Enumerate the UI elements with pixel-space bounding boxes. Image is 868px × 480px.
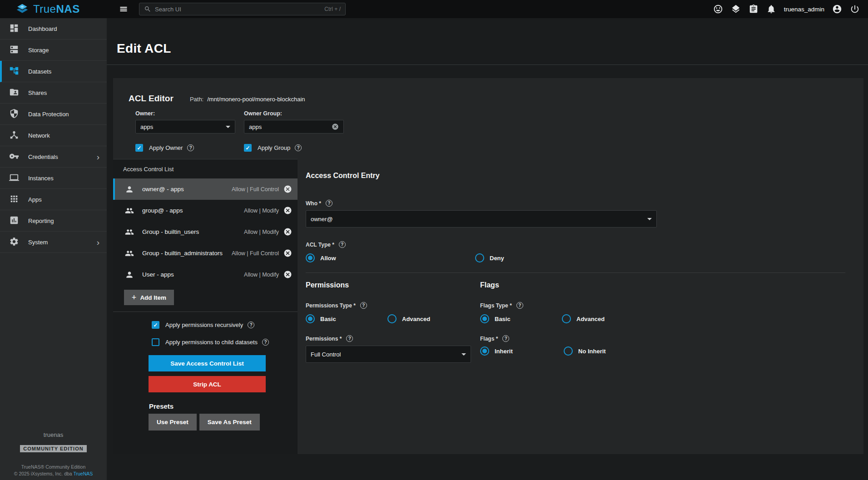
credentials-icon <box>9 151 20 162</box>
radio-deny[interactable] <box>475 253 484 262</box>
sidebar-item-instances[interactable]: Instances <box>0 168 107 189</box>
remove-entry-icon[interactable] <box>283 249 292 257</box>
radio-allow[interactable] <box>306 253 315 262</box>
sidebar-item-credentials[interactable]: Credentials › <box>0 146 107 168</box>
network-icon <box>9 130 20 141</box>
add-item-button[interactable]: + Add Item <box>124 290 174 305</box>
flags-heading: Flags <box>480 281 606 289</box>
flags-column: Flags Flags Type * ? Basic <box>480 281 606 363</box>
person-icon <box>125 270 134 279</box>
remove-entry-icon[interactable] <box>283 270 292 279</box>
who-label: Who * ? <box>306 200 845 207</box>
feedback-icon[interactable] <box>713 4 723 14</box>
path-value: /mnt/monero-pool/monero-blockchain <box>207 96 305 103</box>
sidebar-item-system[interactable]: System › <box>0 232 107 253</box>
owner-group-input[interactable]: apps <box>244 120 344 134</box>
radio-flags-advanced[interactable] <box>562 314 571 323</box>
remove-entry-icon[interactable] <box>283 228 292 236</box>
help-icon[interactable]: ? <box>516 302 523 309</box>
alerts-bell-icon[interactable] <box>766 4 776 14</box>
flags-type-label: Flags Type * ? <box>480 302 606 309</box>
acl-editor-heading: ACL Editor <box>129 94 174 104</box>
permissions-heading: Permissions <box>306 281 480 289</box>
truenas-logo[interactable]: TrueNAS <box>0 2 107 16</box>
sidebar-item-storage[interactable]: Storage <box>0 40 107 61</box>
presets-heading: Presets <box>149 402 298 410</box>
search-input[interactable] <box>155 6 324 13</box>
sidebar: Dashboard Storage Datasets Shares Data P… <box>0 18 107 480</box>
access-control-entry-section: Access Control Entry Who * ? owner@ ACL … <box>298 159 863 454</box>
apply-group-checkbox[interactable]: ✓ <box>244 144 252 152</box>
use-preset-button[interactable]: Use Preset <box>149 414 197 431</box>
apply-child-datasets-checkbox[interactable] <box>152 338 159 346</box>
radio-permissions-basic[interactable] <box>306 314 315 323</box>
permissions-type-label: Permissions Type * ? <box>306 302 480 309</box>
sidebar-item-data-protection[interactable]: Data Protection <box>0 104 107 125</box>
permissions-select[interactable]: Full Control <box>306 346 471 363</box>
acl-entry-row[interactable]: Group - builtin_users Allow | Modify <box>113 221 298 242</box>
sidebar-item-apps[interactable]: Apps <box>0 189 107 210</box>
flags-label: Flags * ? <box>480 335 606 342</box>
chevron-right-icon: › <box>97 238 99 247</box>
acl-entry-row[interactable]: owner@ - apps Allow | Full Control <box>113 178 298 200</box>
title-divider <box>107 64 868 65</box>
save-acl-button[interactable]: Save Access Control List <box>149 355 266 371</box>
apply-owner-checkbox[interactable]: ✓ <box>135 144 143 152</box>
sidebar-item-shares[interactable]: Shares <box>0 82 107 104</box>
who-select[interactable]: owner@ <box>306 210 657 228</box>
truenas-footer-link[interactable]: TrueNAS <box>73 471 93 476</box>
topbar-actions: truenas_admin <box>713 4 868 14</box>
username-label[interactable]: truenas_admin <box>784 6 824 13</box>
help-icon[interactable]: ? <box>262 339 269 346</box>
acl-entry-row[interactable]: group@ - apps Allow | Modify <box>113 200 298 221</box>
plus-icon: + <box>132 293 137 302</box>
power-icon[interactable] <box>850 4 860 14</box>
truecommand-icon[interactable] <box>731 4 741 14</box>
ace-heading: Access Control Entry <box>306 172 845 180</box>
person-icon <box>125 185 134 194</box>
radio-no-inherit[interactable] <box>564 346 573 356</box>
save-as-preset-button[interactable]: Save As Preset <box>199 414 260 431</box>
help-icon[interactable]: ? <box>326 200 332 207</box>
owner-group-label: Owner Group: <box>244 110 344 117</box>
strip-acl-button[interactable]: Strip ACL <box>149 376 266 392</box>
help-icon[interactable]: ? <box>187 144 194 151</box>
datasets-icon <box>9 66 20 77</box>
shares-icon <box>9 87 20 98</box>
dropdown-arrow-icon <box>226 126 230 128</box>
permissions-label: Permissions * ? <box>306 335 480 342</box>
main-content: Edit ACL ACL Editor Path: /mnt/monero-po… <box>107 18 868 480</box>
help-icon[interactable]: ? <box>339 241 346 248</box>
permissions-column: Permissions Permissions Type * ? Basic <box>306 281 480 363</box>
jobs-icon[interactable] <box>749 4 759 14</box>
sidebar-item-reporting[interactable]: Reporting <box>0 210 107 232</box>
panel-divider <box>113 312 298 312</box>
access-control-list-panel: Access Control List owner@ - apps Allow … <box>113 159 298 454</box>
acl-entry-row[interactable]: User - apps Allow | Modify <box>113 264 298 285</box>
truenas-logo-icon <box>15 2 29 16</box>
radio-flags-basic[interactable] <box>480 314 489 323</box>
group-icon <box>125 249 134 258</box>
apply-recursively-checkbox[interactable]: ✓ <box>152 321 159 329</box>
help-icon[interactable]: ? <box>360 302 367 309</box>
remove-entry-icon[interactable] <box>283 185 292 193</box>
clear-input-icon[interactable] <box>332 123 339 130</box>
help-icon[interactable]: ? <box>248 322 254 328</box>
radio-permissions-advanced[interactable] <box>387 314 397 323</box>
user-avatar-icon[interactable] <box>832 4 842 14</box>
section-divider <box>306 272 845 273</box>
sidebar-item-network[interactable]: Network <box>0 125 107 146</box>
sidebar-item-dashboard[interactable]: Dashboard <box>0 18 107 40</box>
help-icon[interactable]: ? <box>295 144 302 151</box>
owner-select[interactable]: apps <box>135 120 235 134</box>
help-icon[interactable]: ? <box>502 335 509 342</box>
help-icon[interactable]: ? <box>346 335 353 342</box>
footer-product-line: TrueNAS® Community Edition <box>0 464 107 470</box>
menu-toggle-button[interactable] <box>119 5 128 14</box>
sidebar-item-datasets[interactable]: Datasets <box>0 61 107 82</box>
apply-owner-label: Apply Owner <box>149 144 183 151</box>
acl-entry-row[interactable]: Group - builtin_administrators Allow | F… <box>113 242 298 264</box>
remove-entry-icon[interactable] <box>283 206 292 215</box>
radio-inherit[interactable] <box>480 346 489 356</box>
dashboard-icon <box>9 23 20 34</box>
